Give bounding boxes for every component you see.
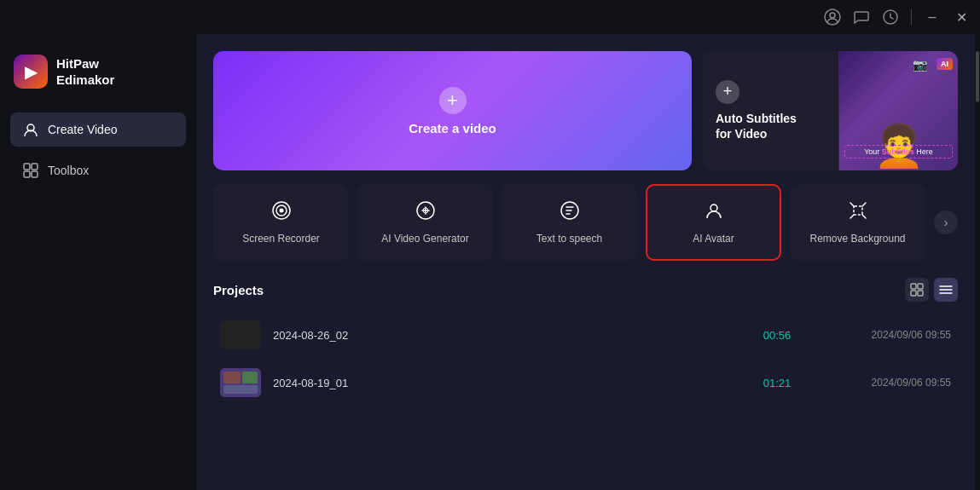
main-content: + Create a video + Auto Subtitles for Vi… [196,34,975,490]
svg-point-10 [279,209,283,213]
titlebar-icons: – ✕ [824,9,970,26]
subtitle-preview: Your Subtitles Here [844,145,953,159]
remove-background-icon [848,200,868,226]
sidebar: ▶ HitPaw Edimakor Create Video [0,34,196,490]
svg-rect-25 [223,372,241,383]
view-toggles [905,278,958,302]
create-video-label: Create a video [409,121,496,135]
project-thumbnail [220,368,261,397]
auto-subtitles-label: Auto Subtitles for Video [716,111,825,141]
brand: ▶ HitPaw Edimakor [10,48,186,106]
svg-rect-7 [32,171,38,177]
clock-icon[interactable] [882,9,899,26]
tools-chevron-button[interactable]: › [934,210,958,234]
project-thumbnail [220,320,261,349]
screen-recorder-icon [271,200,292,226]
svg-rect-17 [918,284,923,289]
profile-icon[interactable] [824,9,841,26]
auto-subtitles-card[interactable]: + Auto Subtitles for Video 🧑‍🦱 AI 📷 Your… [702,51,958,170]
svg-rect-16 [911,284,916,289]
tool-text-to-speech[interactable]: Text to speech [502,184,637,261]
scrollbar-thumb [976,51,979,102]
remove-background-label: Remove Background [809,233,905,245]
sidebar-item-create-video[interactable]: Create Video [10,112,186,147]
toolbox-icon [22,162,39,179]
svg-rect-23 [229,326,252,343]
brand-logo: ▶ [14,55,48,89]
svg-rect-19 [918,291,923,296]
top-cards: + Create a video + Auto Subtitles for Vi… [213,51,958,170]
close-button[interactable]: ✕ [953,9,970,26]
sidebar-item-toolbox-label: Toolbox [48,164,89,177]
svg-point-14 [710,205,717,211]
auto-subtitles-thumbnail: 🧑‍🦱 AI 📷 Your Subtitles Here [838,51,958,170]
svg-rect-4 [24,164,30,170]
svg-rect-5 [32,164,38,170]
tool-screen-recorder[interactable]: Screen Recorder [213,184,349,261]
auto-subtitles-text: + Auto Subtitles for Video [702,51,838,170]
projects-header: Projects [213,278,958,302]
tool-ai-avatar[interactable]: AI Avatar [646,184,781,261]
project-name: 2024-08-19_01 [273,377,739,389]
project-duration: 01:21 [751,377,803,389]
sidebar-item-toolbox[interactable]: Toolbox [10,153,186,187]
ai-avatar-icon [704,200,724,226]
svg-rect-6 [24,171,30,177]
project-name: 2024-08-26_02 [273,329,739,342]
ai-badge: AI [937,58,953,70]
tool-remove-background[interactable]: Remove Background [790,184,925,261]
ai-video-generator-label: AI Video Generator [381,233,469,245]
text-to-speech-icon [560,200,580,226]
ai-avatar-label: AI Avatar [693,233,734,245]
svg-rect-18 [911,291,916,296]
thumb-image: 🧑‍🦱 AI 📷 Your Subtitles Here [839,51,958,170]
project-duration: 00:56 [751,329,803,342]
table-row[interactable]: 2024-08-19_01 01:21 2024/09/06 09:55 [213,360,958,406]
sidebar-item-create-video-label: Create Video [48,123,117,136]
tools-row: Screen Recorder AI Video Generator [213,184,958,261]
create-video-plus-icon: + [439,87,467,114]
chat-icon[interactable] [853,9,870,26]
svg-rect-27 [223,385,258,394]
scrollbar-track[interactable] [975,34,980,490]
svg-rect-15 [854,206,862,215]
create-video-icon [22,121,39,138]
app-body: ▶ HitPaw Edimakor Create Video [0,34,980,490]
screen-recorder-label: Screen Recorder [242,233,320,245]
titlebar-divider [911,9,912,25]
view-grid-button[interactable] [905,278,929,302]
camera-icon: 📷 [913,58,927,72]
view-list-button[interactable] [934,278,958,302]
auto-subtitles-plus-icon: + [716,80,739,104]
text-to-speech-label: Text to speech [536,233,602,245]
tool-ai-video-generator[interactable]: AI Video Generator [357,184,493,261]
svg-rect-26 [242,372,258,383]
ai-video-generator-icon [415,200,436,226]
titlebar: – ✕ [0,0,980,34]
project-date: 2024/09/06 09:55 [815,377,951,389]
table-row[interactable]: 2024-08-26_02 00:56 2024/09/06 09:55 [213,312,958,358]
projects-title: Projects [213,283,264,297]
project-list: 2024-08-26_02 00:56 2024/09/06 09:55 202… [213,312,958,406]
create-video-card[interactable]: + Create a video [213,51,692,170]
brand-name: HitPaw Edimakor [56,55,114,89]
project-date: 2024/09/06 09:55 [815,329,951,341]
minimize-button[interactable]: – [924,9,941,26]
svg-point-1 [830,13,835,18]
